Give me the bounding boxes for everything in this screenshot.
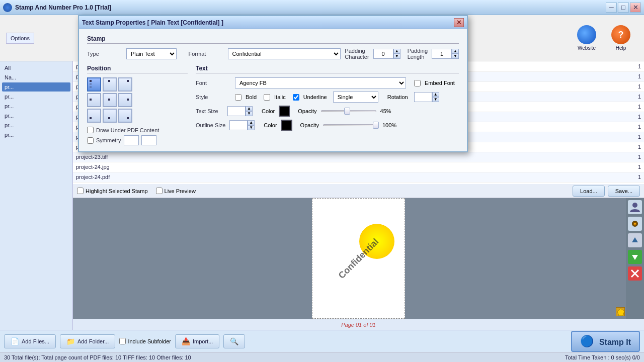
- format-select[interactable]: Confidential: [228, 48, 341, 59]
- text-size-down[interactable]: ▼: [246, 111, 253, 116]
- outline-size-spinbox: 0 ▲ ▼: [229, 120, 255, 130]
- padding-char-down[interactable]: ▼: [393, 54, 400, 59]
- text-size-input[interactable]: 12: [227, 106, 246, 116]
- padding-len-spinbox: 1 ▲ ▼: [432, 49, 459, 59]
- text-opacity-slider[interactable]: [321, 107, 376, 115]
- padding-char-spinbox: 0 ▲ ▼: [373, 49, 400, 59]
- pos-top-left[interactable]: [87, 77, 101, 92]
- modal-body: Stamp Type Plain Text Format Confidentia…: [79, 29, 467, 151]
- padding-len-up[interactable]: ▲: [452, 49, 459, 54]
- underline-style-select[interactable]: Single: [333, 92, 378, 103]
- rotation-spinbox: 45 ▲ ▼: [414, 92, 439, 102]
- outline-size-down[interactable]: ▼: [248, 125, 255, 130]
- bold-label: Bold: [246, 94, 257, 100]
- padding-char-label: Padding Character: [345, 48, 369, 60]
- symmetry-checkbox[interactable]: [87, 137, 94, 144]
- text-color-label: Color: [262, 108, 275, 114]
- position-text-section: Position: [87, 65, 459, 145]
- svg-rect-12: [90, 83, 92, 85]
- outline-size-input[interactable]: 0: [229, 120, 248, 130]
- svg-rect-16: [90, 99, 92, 101]
- svg-rect-17: [108, 99, 110, 101]
- outline-color-label: Color: [264, 122, 277, 128]
- font-label: Font: [196, 80, 231, 86]
- symmetry-val2[interactable]: 2: [141, 135, 156, 145]
- underline-checkbox[interactable]: [293, 94, 299, 101]
- draw-under-row[interactable]: Draw Under PDF Content: [87, 127, 188, 133]
- rotation-label: Rotation: [387, 94, 408, 100]
- text-stamp-properties-dialog: Text Stamp Properties [ Plain Text [Conf…: [78, 15, 468, 152]
- svg-rect-19: [90, 117, 92, 119]
- position-grid: [87, 77, 188, 123]
- text-section: Text Font Agency FB Embed Font: [196, 65, 459, 145]
- padding-len-input[interactable]: 1: [432, 49, 452, 59]
- bold-checkbox[interactable]: [235, 94, 242, 101]
- padding-len-label: Padding Length: [408, 48, 428, 60]
- text-size-label: Text Size: [196, 108, 223, 114]
- padding-char-up[interactable]: ▲: [393, 49, 400, 54]
- type-row: Type Plain Text Format Confidential Padd…: [87, 48, 459, 60]
- textsize-row: Text Size 12 ▲ ▼ Color Opacity: [196, 106, 459, 117]
- position-section-title: Position: [87, 65, 188, 73]
- rotation-input[interactable]: 45: [414, 92, 432, 102]
- padding-section: Padding Character 0 ▲ ▼ Padding Length: [345, 48, 459, 60]
- symmetry-val1[interactable]: 1: [124, 135, 139, 145]
- pos-top-center[interactable]: [103, 77, 117, 92]
- text-color-swatch[interactable]: [279, 106, 290, 117]
- svg-rect-18: [127, 99, 129, 101]
- svg-rect-21: [127, 117, 129, 119]
- text-opacity-label: Opacity: [298, 108, 316, 114]
- padding-len-down[interactable]: ▼: [452, 54, 459, 59]
- outline-slider-track: [323, 124, 378, 126]
- underline-label: Underline: [303, 94, 327, 100]
- outline-size-label: Outline Size: [196, 122, 225, 128]
- svg-rect-15: [127, 80, 129, 82]
- rotation-down[interactable]: ▼: [432, 97, 439, 102]
- format-label: Format: [189, 51, 224, 57]
- outline-color-swatch[interactable]: [281, 120, 292, 131]
- svg-rect-14: [108, 80, 110, 82]
- padding-char-input[interactable]: 0: [373, 49, 393, 59]
- pos-mid-left[interactable]: [87, 93, 101, 107]
- pos-bot-center[interactable]: [103, 109, 117, 123]
- draw-under-checkbox[interactable]: [87, 127, 94, 133]
- text-opacity-value: 45%: [380, 108, 391, 114]
- type-select[interactable]: Plain Text: [126, 48, 177, 59]
- modal-title: Text Stamp Properties [ Plain Text [Conf…: [82, 19, 454, 26]
- pos-mid-center[interactable]: [103, 93, 117, 107]
- svg-rect-20: [108, 117, 110, 119]
- modal-overlay: Text Stamp Properties [ Plain Text [Conf…: [0, 0, 644, 362]
- style-label: Style: [196, 94, 231, 100]
- outline-opacity-slider[interactable]: [323, 121, 378, 129]
- text-section-title: Text: [196, 65, 459, 73]
- draw-under-label: Draw Under PDF Content: [96, 127, 159, 133]
- rotation-up[interactable]: ▲: [432, 92, 439, 97]
- outline-slider-thumb[interactable]: [373, 122, 379, 129]
- outline-size-up[interactable]: ▲: [248, 120, 255, 125]
- embed-font-label: Embed Font: [425, 80, 455, 86]
- pos-bot-left[interactable]: [87, 109, 101, 123]
- stamp-section-title: Stamp: [87, 35, 459, 44]
- style-row: Style Bold Italic Underline Single Rotat…: [196, 92, 459, 103]
- symmetry-label: Symmetry: [96, 137, 121, 143]
- main-window: Stamp And Number Pro 1.0 [Trial] ─ □ ✕ O…: [0, 0, 644, 362]
- embed-font-checkbox[interactable]: [414, 80, 421, 86]
- text-size-up[interactable]: ▲: [246, 106, 253, 111]
- slider-thumb[interactable]: [344, 108, 350, 115]
- stamp-section: Stamp Type Plain Text Format Confidentia…: [87, 35, 459, 60]
- type-label: Type: [87, 51, 122, 57]
- outline-opacity-value: 100%: [382, 122, 396, 128]
- pos-bot-right[interactable]: [118, 109, 132, 123]
- position-section: Position: [87, 65, 188, 145]
- font-row: Font Agency FB Embed Font: [196, 77, 459, 88]
- modal-close-button[interactable]: ✕: [454, 18, 464, 27]
- outline-row: Outline Size 0 ▲ ▼ Color Opacity: [196, 120, 459, 131]
- svg-rect-13: [90, 86, 92, 88]
- font-select[interactable]: Agency FB: [235, 77, 406, 88]
- pos-mid-right[interactable]: [118, 93, 132, 107]
- italic-checkbox[interactable]: [264, 94, 270, 101]
- outline-opacity-label: Opacity: [300, 122, 319, 128]
- svg-rect-11: [90, 80, 92, 82]
- italic-label: Italic: [274, 94, 286, 100]
- pos-top-right[interactable]: [118, 77, 132, 92]
